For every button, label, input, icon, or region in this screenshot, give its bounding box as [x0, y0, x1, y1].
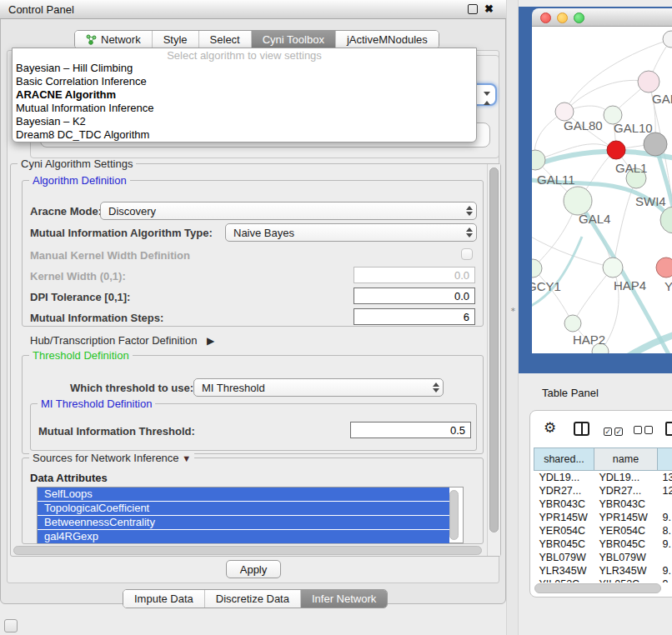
table-row[interactable]: YDR27...YDR27...12: [534, 484, 672, 498]
settings-hscrollbar[interactable]: [12, 545, 485, 556]
list-item-selfloops[interactable]: SelfLoops: [38, 488, 449, 501]
select-all-columns-button[interactable]: ✓✓: [604, 424, 625, 437]
cell[interactable]: YPR145W: [594, 511, 658, 524]
settings-vscrollbar[interactable]: [487, 164, 500, 556]
aracne-mode-combo[interactable]: Discovery: [100, 202, 477, 220]
control-panel-title: Control Panel: [8, 3, 74, 16]
tab-cyni-toolbox[interactable]: Cyni Toolbox: [252, 31, 336, 48]
cell[interactable]: YDR27...: [594, 484, 658, 498]
node-hub-gray[interactable]: [644, 132, 667, 156]
list-scrollbar-thumb[interactable]: [449, 490, 459, 540]
which-threshold-combo[interactable]: MI Threshold: [193, 378, 444, 397]
cell[interactable]: 8.: [658, 524, 672, 538]
cell[interactable]: 13: [658, 471, 672, 485]
cell[interactable]: YER054C: [534, 524, 594, 538]
node-gal1[interactable]: [607, 141, 625, 159]
node-label: GAL1: [615, 161, 647, 175]
node-hap4[interactable]: [603, 258, 623, 278]
tab-network[interactable]: Network: [75, 31, 153, 48]
popup-item-basic-correlation[interactable]: Basic Correlation Inference: [13, 75, 476, 88]
panel-divider[interactable]: [506, 0, 519, 635]
sources-title[interactable]: Sources for Network Inference ▼: [29, 452, 194, 464]
cell[interactable]: YDL19...: [534, 471, 594, 485]
node-gal11[interactable]: [532, 150, 545, 170]
cell[interactable]: YBR043C: [594, 498, 658, 511]
apply-button[interactable]: Apply: [226, 560, 281, 578]
node-partial-top[interactable]: [663, 31, 672, 48]
hub-definition-toggle[interactable]: Hub/Transcription Factor Definition ▶: [30, 334, 214, 347]
mi-algorithm-type-label: Mutual Information Algorithm Type:: [30, 227, 213, 239]
deselect-all-columns-button[interactable]: [634, 424, 655, 437]
settings-hscrollbar-thumb[interactable]: [13, 546, 482, 555]
manual-kernel-width-checkbox[interactable]: [461, 248, 473, 260]
popup-item-dream8[interactable]: Dream8 DC_TDC Algorithm: [13, 128, 476, 142]
column-layout-icon[interactable]: [574, 422, 589, 436]
mi-algorithm-type-combo[interactable]: Naive Bayes: [225, 223, 477, 242]
document-icon[interactable]: [665, 422, 672, 436]
popup-item-bayesian-k2[interactable]: Bayesian – K2: [13, 115, 476, 128]
tab-select[interactable]: Select: [199, 31, 252, 48]
list-item-gal4rgexp[interactable]: gal4RGexp: [38, 530, 449, 543]
popup-item-mutual-information[interactable]: Mutual Information Inference: [13, 102, 476, 115]
table-hscrollbar[interactable]: [532, 582, 672, 594]
cell[interactable]: 12: [658, 484, 672, 498]
tab-discretize-data[interactable]: Discretize Data: [205, 590, 301, 608]
node-gal4[interactable]: [564, 187, 592, 215]
cell[interactable]: YDL19...: [594, 471, 658, 485]
mi-steps-field[interactable]: 6: [354, 308, 475, 325]
cell[interactable]: 9.: [658, 511, 672, 524]
close-icon[interactable]: ✖: [484, 4, 494, 14]
cell[interactable]: [658, 551, 672, 564]
column-header-name[interactable]: name: [594, 448, 658, 471]
network-window-titlebar[interactable]: [532, 8, 672, 27]
dpi-tolerance-field[interactable]: 0.0: [354, 288, 475, 304]
cell[interactable]: 9.: [658, 564, 672, 578]
tab-infer-network[interactable]: Infer Network: [301, 590, 387, 608]
node-gcy1[interactable]: [532, 259, 542, 278]
cell[interactable]: YLR345W: [534, 564, 594, 578]
cell[interactable]: YER054C: [594, 524, 658, 538]
mac-zoom-icon[interactable]: [574, 12, 584, 23]
cell[interactable]: YLR345W: [594, 564, 658, 578]
node-salmon[interactable]: [656, 258, 672, 278]
table-row[interactable]: YBL079WYBL079W: [534, 551, 672, 564]
column-header-partial[interactable]: A: [658, 448, 672, 471]
panel-grip-icon[interactable]: [4, 619, 18, 632]
table-row[interactable]: YPR145WYPR145W9.: [534, 511, 672, 524]
table-panel-card: ⚙ ✓✓ shared... name A YDL19...YDL19...13…: [529, 410, 672, 598]
table-row[interactable]: YLR345WYLR345W9.: [534, 564, 672, 578]
node-gal-pink[interactable]: [638, 71, 659, 92]
cell[interactable]: YBR045C: [594, 538, 658, 551]
popup-item-aracne[interactable]: ARACNE Algorithm: [13, 88, 476, 102]
cell[interactable]: YBR043C: [534, 498, 594, 511]
float-window-icon[interactable]: [468, 4, 478, 14]
tab-style[interactable]: Style: [153, 31, 199, 48]
cell[interactable]: YPR145W: [534, 511, 594, 524]
settings-vscrollbar-thumb[interactable]: [489, 168, 499, 532]
cell[interactable]: YDR27...: [534, 484, 594, 498]
mi-threshold-field[interactable]: 0.5: [350, 422, 471, 438]
kernel-width-field[interactable]: 0.0: [354, 267, 475, 283]
list-item-betweennesscentrality[interactable]: BetweennessCentrality: [38, 516, 449, 529]
popup-item-bayesian-hill[interactable]: Bayesian – Hill Climbing: [13, 62, 476, 75]
mac-close-icon[interactable]: [540, 12, 551, 23]
table-row[interactable]: YBR043CYBR043C: [534, 498, 672, 511]
tab-jactivemnodules[interactable]: jActiveMNodules: [336, 31, 439, 48]
cell[interactable]: YBL079W: [594, 551, 658, 564]
table-row[interactable]: YDL19...YDL19...13: [534, 471, 672, 485]
table-settings-button[interactable]: ⚙: [544, 421, 556, 435]
table-row[interactable]: YER054CYER054C8.: [534, 524, 672, 538]
table-hscrollbar-thumb[interactable]: [534, 583, 661, 593]
list-item-topologicalcoefficient[interactable]: TopologicalCoefficient: [38, 502, 449, 515]
network-canvas[interactable]: GAL GAL80 GAL10 GAL1 GAL11 GAL4 SWI4 GCY…: [532, 27, 672, 353]
cell[interactable]: 9.: [658, 538, 672, 551]
tab-impute-data[interactable]: Impute Data: [123, 590, 205, 608]
divider-grip-icon[interactable]: ∗: [510, 307, 514, 312]
column-header-shared[interactable]: shared...: [534, 448, 594, 471]
cell[interactable]: YBL079W: [534, 551, 594, 564]
cell[interactable]: [658, 498, 672, 511]
mac-minimize-icon[interactable]: [557, 12, 568, 23]
cell[interactable]: YBR045C: [534, 538, 594, 551]
table-row[interactable]: YBR045CYBR045C9.: [534, 538, 672, 551]
node-hap2[interactable]: [564, 315, 581, 332]
